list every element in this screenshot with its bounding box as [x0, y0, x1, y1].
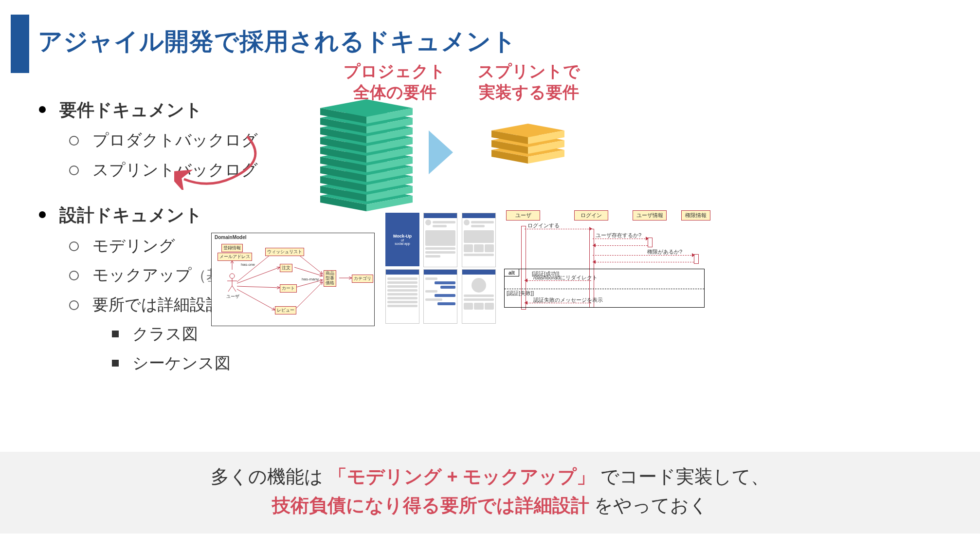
bullet-dot-icon: [39, 106, 46, 113]
phone-thumb: [385, 269, 419, 324]
domain-model-diagram: DomainModel 登録情報 メールアドレス ユーザ has-one ウィッ…: [211, 233, 375, 326]
node-cart: カート: [280, 284, 297, 293]
svg-line-8: [294, 282, 323, 310]
lifeline-user: ユーザユーザ: [506, 210, 540, 221]
edge-has-many: has-many: [302, 277, 319, 281]
node-product: 商品 型番 価格: [324, 270, 336, 287]
msg-exists: ユーザ存在するか?: [596, 232, 641, 239]
stick-figure-icon: [225, 273, 239, 293]
caption-project-requirements: プロジェクト 全体の要件: [319, 61, 470, 102]
bullet-circle-icon: [69, 300, 79, 310]
bullet-square-icon: [112, 331, 119, 337]
svg-line-14: [232, 286, 236, 292]
lifeline-perm-info: 権限情報権限情報: [681, 210, 710, 221]
svg-line-13: [228, 286, 232, 292]
bullet-circle-icon: [69, 166, 79, 175]
stack-yellow-icon: [491, 124, 564, 172]
msg-fail: 認証失敗のメッセージを表示: [533, 296, 603, 304]
footer-text: でコード実装して、: [600, 466, 769, 487]
alt-guard-fail: [認証[失敗]]: [507, 290, 534, 297]
phone-thumb: [462, 213, 496, 267]
node-wishlist: ウィッシュリスト: [265, 248, 304, 256]
footer-summary: 多くの機能は 「モデリング + モックアップ」 でコード実装して、 技術負債にな…: [0, 452, 980, 534]
mockup-hero: Mock-Up of social app: [385, 213, 419, 266]
title-accent-bar: [11, 15, 29, 73]
bullet-label: 要所では詳細設計: [92, 292, 222, 318]
phone-thumb: [462, 269, 496, 324]
alt-label: alt: [505, 269, 519, 276]
bullet-circle-icon: [69, 136, 79, 146]
bullet-label: 設計ドキュメント: [59, 201, 202, 229]
caption-sprint-requirements: スプリントで 実装する要件: [454, 61, 604, 102]
footer-text: 多くの機能は: [211, 466, 323, 487]
bullet-label: クラス図: [132, 321, 198, 347]
lifeline-label: 権限情報: [681, 210, 710, 221]
bullet-text: モックアップ: [92, 266, 192, 284]
footer-accent: 技術負債になり得る要所では詳細設計: [272, 495, 589, 516]
bullet-square-icon: [112, 360, 119, 367]
lifeline-user-info: ユーザ情報ユーザ情報: [633, 210, 667, 221]
msg-perm: 権限があるか?: [647, 248, 682, 256]
lifeline-label: ユーザ情報: [633, 210, 667, 221]
node-category: カテゴリ: [352, 275, 373, 283]
bullet-label: シーケンス図: [132, 350, 231, 376]
mockup-thumbnails: Mock-Up of social app: [384, 212, 497, 325]
lifeline-label: ログイン: [574, 210, 608, 221]
bullet-label: 要件ドキュメント: [59, 95, 202, 124]
phone-thumb: [423, 213, 457, 267]
caption-text: プロジェクト 全体の要件: [344, 62, 446, 101]
svg-point-10: [230, 274, 235, 278]
footer-text: をやっておく: [594, 495, 708, 516]
mockup-hero-line2: of: [401, 239, 404, 242]
play-arrow-icon: [426, 128, 455, 177]
bullet-dot-icon: [39, 211, 46, 218]
mockup-hero-line1: Mock-Up: [393, 234, 412, 239]
sequence-diagram: ユーザユーザ ログインログイン ユーザ情報ユーザ情報 権限情報権限情報 ログイン…: [506, 210, 710, 323]
node-user: ユーザ: [226, 294, 239, 300]
bullet-design-docs: 設計ドキュメント: [39, 201, 339, 229]
bullet-requirement-docs: 要件ドキュメント: [39, 95, 339, 124]
stack-teal-icon: [320, 99, 413, 216]
slide: アジャイル開発で採用されるドキュメント 要件ドキュメント プロダクトバックログ …: [0, 0, 980, 553]
svg-line-4: [237, 289, 275, 310]
lifeline-login: ログインログイン: [574, 210, 608, 221]
node-registration: 登録情報: [221, 244, 243, 252]
node-order: 注文: [280, 264, 292, 272]
phone-thumb: [423, 269, 457, 324]
svg-line-3: [237, 286, 280, 288]
edge-has-one: has-one: [241, 262, 255, 267]
footer-accent: 「モデリング + モックアップ」: [328, 466, 595, 487]
node-text: 商品 型番 価格: [326, 271, 334, 285]
bullet-circle-icon: [69, 241, 79, 251]
node-mail: メールアドレス: [218, 253, 252, 261]
caption-text: スプリントで 実装する要件: [478, 62, 580, 101]
node-review: レビュー: [275, 306, 296, 314]
bullet-sequence-diagram: シーケンス図: [112, 350, 339, 376]
bullet-circle-icon: [69, 271, 79, 280]
lifeline-label: ユーザ: [506, 210, 540, 221]
msg-login: ログインする: [527, 222, 560, 229]
bullet-label: モデリング: [92, 233, 175, 259]
mockup-hero-line3: social app: [395, 242, 410, 245]
msg-redirect: /dashboradにリダイレクト: [533, 274, 598, 281]
svg-line-2: [237, 267, 280, 283]
slide-title: アジャイル開発で採用されるドキュメント: [38, 25, 517, 58]
curved-arrow-icon: [174, 131, 272, 190]
svg-line-6: [294, 267, 323, 276]
